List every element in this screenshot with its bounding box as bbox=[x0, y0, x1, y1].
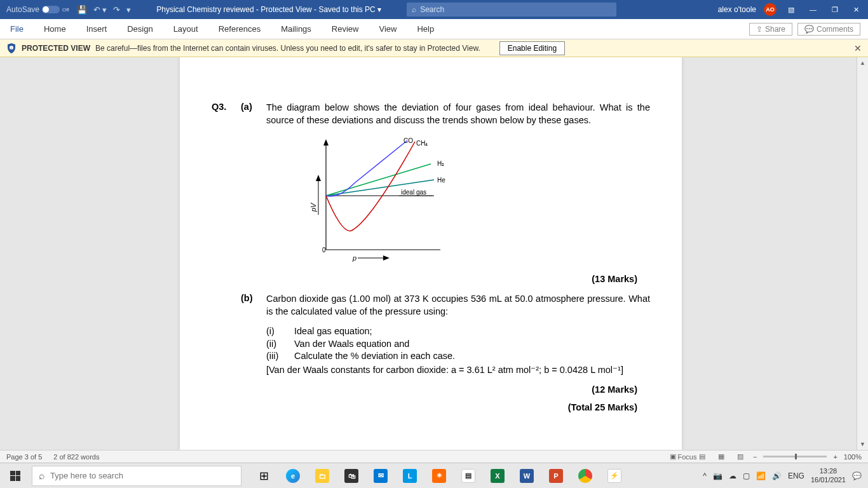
toggle-switch[interactable] bbox=[42, 6, 60, 13]
user-name[interactable]: alex o'toole bbox=[718, 5, 756, 14]
tab-review[interactable]: Review bbox=[322, 19, 369, 39]
part-b-marks: (12 Marks) bbox=[212, 384, 637, 395]
read-mode-icon[interactable]: ▤ bbox=[696, 452, 709, 462]
app-l-icon[interactable]: L bbox=[395, 463, 424, 489]
undo-icon[interactable]: ↶ ▾ bbox=[93, 5, 107, 15]
comments-icon: 💬 bbox=[804, 25, 814, 34]
tab-insert[interactable]: Insert bbox=[76, 19, 118, 39]
title-bar-right: alex o'toole AO ▧ — ❐ ✕ bbox=[718, 3, 868, 16]
customize-qat-icon[interactable]: ▾ bbox=[126, 5, 131, 15]
zoom-level[interactable]: 100% bbox=[844, 453, 862, 461]
protected-view-bar: i PROTECTED VIEW Be careful—files from t… bbox=[0, 39, 868, 57]
explorer-icon[interactable]: 🗀 bbox=[308, 463, 337, 489]
save-icon[interactable]: 💾 bbox=[77, 5, 87, 15]
autosave-label: AutoSave bbox=[6, 5, 39, 14]
document-area: Q3. (a) The diagram below shows the devi… bbox=[0, 57, 868, 450]
battery-icon[interactable]: ▢ bbox=[743, 471, 750, 480]
tab-references[interactable]: References bbox=[208, 19, 271, 39]
search-input[interactable] bbox=[420, 5, 611, 14]
svg-text:ideal gas: ideal gas bbox=[401, 189, 426, 196]
excel-icon[interactable]: X bbox=[483, 463, 512, 489]
ribbon-tabs: File Home Insert Design Layout Reference… bbox=[0, 19, 868, 39]
page-indicator[interactable]: Page 3 of 5 bbox=[6, 453, 42, 461]
chrome-icon[interactable] bbox=[571, 463, 600, 489]
tab-design[interactable]: Design bbox=[117, 19, 163, 39]
close-bar-icon[interactable]: ✕ bbox=[854, 43, 862, 53]
ribbon-display-icon[interactable]: ▧ bbox=[784, 6, 798, 14]
tray-chevron-icon[interactable]: ^ bbox=[703, 471, 707, 480]
start-button[interactable] bbox=[0, 463, 31, 489]
task-view-icon[interactable]: ⊞ bbox=[249, 463, 278, 489]
windows-icon bbox=[10, 471, 20, 481]
avatar[interactable]: AO bbox=[764, 3, 776, 16]
app-orange-icon[interactable]: ✴ bbox=[424, 463, 454, 489]
enable-editing-button[interactable]: Enable Editing bbox=[499, 41, 565, 55]
share-button[interactable]: ⇪Share bbox=[749, 23, 792, 36]
minimize-button[interactable]: — bbox=[806, 6, 820, 13]
tab-file[interactable]: File bbox=[0, 19, 34, 39]
close-button[interactable]: ✕ bbox=[850, 6, 863, 14]
onedrive-icon[interactable]: ☁ bbox=[729, 471, 736, 480]
search-box[interactable]: ⌕ bbox=[407, 3, 616, 17]
redo-icon[interactable]: ↷ bbox=[113, 5, 120, 15]
part-b-text: Carbon dioxide gas (1.00 mol) at 373 K o… bbox=[266, 293, 650, 318]
language-indicator[interactable]: ENG bbox=[788, 471, 804, 480]
time: 13:28 bbox=[811, 467, 846, 475]
vertical-scrollbar[interactable]: ▲ ▼ bbox=[857, 57, 868, 450]
page: Q3. (a) The diagram below shows the devi… bbox=[180, 57, 682, 450]
tab-layout[interactable]: Layout bbox=[163, 19, 208, 39]
svg-text:i: i bbox=[11, 46, 11, 50]
sub-i-text: Ideal gas equation; bbox=[294, 325, 372, 338]
scroll-up-icon[interactable]: ▲ bbox=[857, 57, 868, 69]
tab-view[interactable]: View bbox=[369, 19, 407, 39]
part-a-label: (a) bbox=[241, 102, 266, 126]
edge-icon[interactable]: e bbox=[278, 463, 308, 489]
total-marks: (Total 25 Marks) bbox=[212, 402, 637, 412]
svg-text:p: p bbox=[352, 254, 356, 262]
tab-home[interactable]: Home bbox=[34, 19, 76, 39]
volume-icon[interactable]: 🔊 bbox=[772, 471, 782, 480]
sub-iii-text: Calculate the % deviation in each case. bbox=[294, 350, 455, 363]
search-icon: ⌕ bbox=[39, 470, 45, 482]
zoom-slider[interactable] bbox=[763, 456, 827, 458]
taskbar-search-input[interactable] bbox=[50, 471, 234, 480]
mail-icon[interactable]: ✉ bbox=[366, 463, 395, 489]
zoom-out-button[interactable]: − bbox=[753, 453, 757, 461]
comments-button[interactable]: 💬Comments bbox=[797, 23, 860, 36]
scroll-down-icon[interactable]: ▼ bbox=[857, 438, 868, 450]
sub-ii-num: (ii) bbox=[266, 338, 294, 351]
notifications-icon[interactable]: 💬 bbox=[852, 471, 862, 480]
sub-i-num: (i) bbox=[266, 325, 294, 338]
question-number: Q3. bbox=[212, 102, 241, 126]
sub-ii-text: Van der Waals equation and bbox=[294, 338, 409, 351]
powerpoint-icon[interactable]: P bbox=[541, 463, 571, 489]
quick-access-toolbar: 💾 ↶ ▾ ↷ ▾ bbox=[77, 5, 132, 15]
wifi-icon[interactable]: 📶 bbox=[756, 471, 766, 480]
clock[interactable]: 13:28 16/01/2021 bbox=[811, 467, 846, 484]
svg-marker-19 bbox=[316, 175, 321, 181]
restore-button[interactable]: ❐ bbox=[828, 6, 842, 14]
tab-mailings[interactable]: Mailings bbox=[271, 19, 322, 39]
word-count[interactable]: 2 of 822 words bbox=[53, 453, 99, 461]
page-content: Q3. (a) The diagram below shows the devi… bbox=[212, 102, 650, 437]
app-doc-icon[interactable]: ▤ bbox=[454, 463, 483, 489]
focus-button[interactable]: ▣ Focus bbox=[677, 452, 689, 462]
part-a-text: The diagram below shows the deviation of… bbox=[266, 102, 650, 126]
search-icon: ⌕ bbox=[412, 5, 416, 14]
meet-now-icon[interactable]: 📷 bbox=[713, 471, 722, 480]
word-icon[interactable]: W bbox=[512, 463, 541, 489]
document-title[interactable]: Physical Chemistry reviewed - Protected … bbox=[156, 5, 381, 14]
svg-text:CO: CO bbox=[403, 137, 413, 144]
taskbar-search[interactable]: ⌕ bbox=[32, 466, 241, 486]
print-layout-icon[interactable]: ▦ bbox=[715, 452, 728, 462]
zoom-in-button[interactable]: + bbox=[833, 453, 837, 461]
tab-help[interactable]: Help bbox=[407, 19, 444, 39]
web-layout-icon[interactable]: ▨ bbox=[734, 452, 747, 462]
part-a-marks: (13 Marks) bbox=[212, 274, 637, 284]
system-tray: ^ 📷 ☁ ▢ 📶 🔊 ENG 13:28 16/01/2021 💬 bbox=[703, 467, 868, 484]
store-icon[interactable]: 🛍 bbox=[337, 463, 366, 489]
autosave-toggle[interactable]: AutoSave Off bbox=[6, 5, 69, 14]
svg-text:CH₄: CH₄ bbox=[416, 140, 428, 147]
app-bolt-icon[interactable]: ⚡ bbox=[600, 463, 629, 489]
svg-marker-4 bbox=[323, 139, 329, 146]
